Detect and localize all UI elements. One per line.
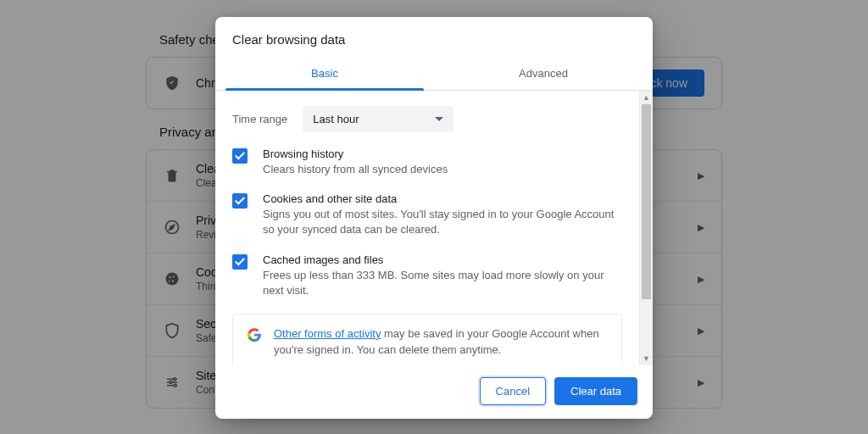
time-range-select[interactable]: Last hour: [303, 106, 453, 132]
tab-advanced[interactable]: Advanced: [434, 58, 653, 90]
google-g-icon: [247, 327, 262, 342]
chevron-down-icon: [435, 117, 443, 121]
other-forms-link[interactable]: Other forms of activity: [274, 327, 381, 340]
option-cookies[interactable]: Cookies and other site data Signs you ou…: [232, 192, 622, 237]
option-title: Cookies and other site data: [263, 192, 622, 205]
option-sub: Signs you out of most sites. You'll stay…: [263, 207, 622, 237]
info-text: Other forms of activity may be saved in …: [274, 326, 608, 359]
option-cached[interactable]: Cached images and files Frees up less th…: [232, 253, 622, 298]
option-title: Cached images and files: [263, 253, 622, 266]
option-sub: Frees up less than 333 MB. Some sites ma…: [263, 268, 622, 298]
checkbox-browsing-history[interactable]: [232, 148, 248, 164]
google-account-info-box: Other forms of activity may be saved in …: [232, 314, 622, 365]
dialog-body: Time range Last hour Browsing history Cl…: [215, 91, 653, 365]
scroll-up-arrow-icon[interactable]: ▲: [640, 91, 653, 104]
checkbox-cached[interactable]: [232, 254, 248, 270]
tab-basic[interactable]: Basic: [215, 58, 434, 90]
clear-data-button[interactable]: Clear data: [554, 377, 637, 405]
option-sub: Clears history from all synced devices: [263, 162, 448, 177]
scrollbar[interactable]: ▲ ▼: [639, 91, 653, 365]
time-range-value: Last hour: [313, 113, 359, 125]
checkbox-cookies[interactable]: [232, 193, 248, 209]
time-range-row: Time range Last hour: [232, 106, 622, 132]
option-title: Browsing history: [263, 147, 448, 160]
option-browsing-history[interactable]: Browsing history Clears history from all…: [232, 147, 622, 177]
dialog-tabs: Basic Advanced: [215, 58, 653, 91]
cancel-button[interactable]: Cancel: [480, 377, 546, 405]
scroll-down-arrow-icon[interactable]: ▼: [640, 352, 653, 365]
clear-browsing-data-dialog: Clear browsing data Basic Advanced Time …: [215, 17, 653, 419]
dialog-title: Clear browsing data: [215, 17, 653, 58]
scrollbar-thumb[interactable]: [642, 104, 651, 299]
dialog-footer: Cancel Clear data: [215, 365, 653, 419]
time-range-label: Time range: [232, 113, 287, 125]
